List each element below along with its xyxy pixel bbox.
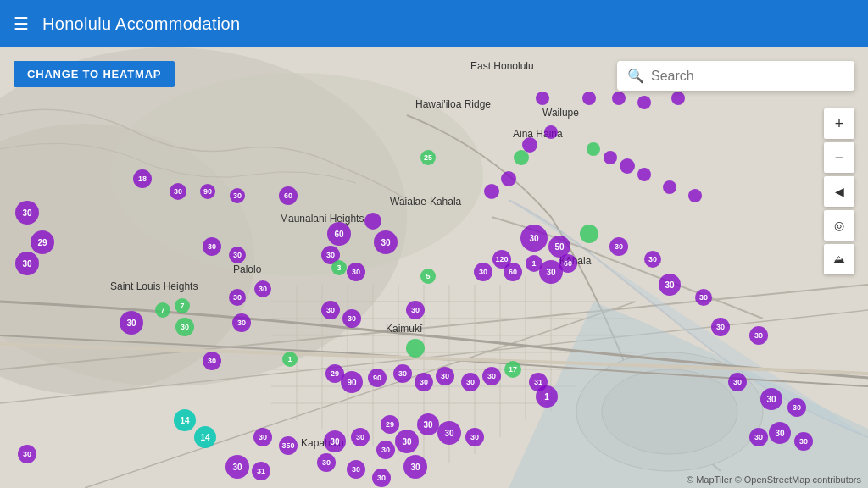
map-dot[interactable]: 30 [461,373,480,391]
map-dot[interactable]: 30 [15,201,39,225]
map-attribution: © MapTiler © OpenStreetMap contributors [687,474,861,485]
map-dot[interactable]: 30 [465,428,484,446]
map-dot[interactable]: 30 [395,430,419,453]
map-dot[interactable]: 30 [342,309,361,328]
map-dot[interactable]: 30 [372,469,391,487]
map-dot[interactable] [663,180,676,194]
map-dot[interactable]: 14 [174,409,196,431]
map-dot[interactable]: 30 [728,373,747,391]
map-dot[interactable]: 60 [504,263,522,281]
map-dot[interactable] [671,92,685,105]
map-dot[interactable]: 30 [351,428,370,446]
map-dot[interactable]: 90 [341,371,363,393]
map-dot[interactable]: 31 [252,462,270,480]
map-dot[interactable]: 90 [368,369,387,387]
map-dot[interactable]: 60 [327,222,351,246]
map-dot[interactable]: 30 [437,421,461,445]
map-dot[interactable] [587,142,600,156]
map-dot[interactable]: 17 [504,361,521,378]
compass-button[interactable]: ◀ [824,176,854,207]
map-dot[interactable]: 30 [520,225,548,252]
map-dot[interactable]: 29 [31,230,54,254]
map-dot[interactable]: 30 [15,252,39,275]
map-dot[interactable]: 30 [376,441,395,459]
map-dot[interactable]: 30 [317,453,336,472]
menu-icon[interactable]: ☰ [14,14,29,34]
map-dot[interactable]: 30 [324,430,346,452]
map-dot[interactable]: 30 [749,326,768,345]
map-dot[interactable]: 30 [120,311,143,335]
map-dot[interactable]: 350 [279,436,298,455]
map-dot[interactable] [688,189,702,202]
map-dot[interactable]: 30 [253,428,272,446]
heatmap-toggle-button[interactable]: CHANGE TO HEATMAP [14,61,175,87]
map-dot[interactable]: 30 [760,388,782,410]
map-dot[interactable]: 30 [374,230,398,254]
map-dot[interactable] [484,184,499,199]
map-dot[interactable]: 18 [133,169,152,188]
map-dot[interactable]: 60 [279,186,298,205]
map-dot[interactable]: 30 [644,251,661,268]
map-dot[interactable]: 30 [393,364,412,383]
map-dot[interactable]: 30 [254,280,271,297]
map-dot[interactable]: 30 [203,237,221,256]
map-dot[interactable]: 30 [609,237,628,256]
map-dot[interactable] [637,168,651,181]
map-dot[interactable] [637,96,651,109]
map-dot[interactable]: 30 [229,289,246,306]
search-input[interactable] [651,69,844,84]
zoom-in-button[interactable]: + [824,108,854,139]
map-dot[interactable]: 7 [155,302,170,318]
map-dot[interactable]: 30 [18,445,36,463]
map-dot[interactable]: 14 [194,426,216,448]
map-dot[interactable] [604,151,617,164]
map-dot[interactable]: 1 [282,352,298,367]
map-dot[interactable] [544,125,558,139]
map-dot[interactable]: 30 [482,367,501,385]
terrain-button[interactable]: ⛰ [824,244,854,274]
map-dot[interactable]: 60 [559,254,577,273]
map-dot[interactable]: 7 [175,298,190,313]
map-dot[interactable]: 30 [711,318,730,336]
map-dot[interactable]: 30 [203,352,221,370]
map-dot[interactable]: 30 [787,398,806,417]
map-dot[interactable]: 30 [175,318,194,336]
map-dot[interactable]: 30 [232,313,251,332]
map-dot[interactable]: 30 [436,367,454,385]
map-dot[interactable]: 30 [230,188,245,203]
map-dot[interactable]: 5 [420,269,436,284]
map-dot[interactable] [514,150,529,165]
map-dot[interactable]: 30 [769,422,791,444]
map-dot[interactable]: 30 [225,455,249,479]
map-dot[interactable]: 30 [415,373,433,391]
map-dot[interactable]: 30 [229,247,246,263]
map-dot[interactable]: 30 [170,183,186,200]
map-dot[interactable]: 25 [420,150,436,165]
map-dot[interactable]: 1 [536,385,558,408]
map-dot[interactable] [612,92,626,105]
map-dot[interactable] [406,339,425,358]
map-dot[interactable]: 30 [749,428,768,446]
map-dot[interactable]: 30 [417,413,439,435]
map-dot[interactable] [364,213,381,230]
map-dot[interactable]: 29 [381,415,399,434]
map-dot[interactable]: 30 [695,289,712,306]
map-dot[interactable]: 30 [474,263,492,281]
map-dot[interactable]: 30 [794,432,813,451]
map-dot[interactable] [582,92,596,105]
map-dot[interactable]: 30 [321,301,340,319]
map-dot[interactable] [501,171,516,186]
map-dot[interactable]: 30 [347,263,365,281]
map-dot[interactable] [620,158,635,174]
map-dot[interactable]: 3 [331,260,347,275]
map-dot[interactable]: 90 [200,184,215,199]
map-dot[interactable]: 30 [406,301,425,319]
map-dot[interactable]: 30 [659,274,681,296]
map-container[interactable]: CHANGE TO HEATMAP 🔍 + − ◀ ◎ ⛰ East Honol… [0,47,868,488]
map-dot[interactable] [536,92,549,105]
map-dot[interactable] [580,225,598,243]
map-dot[interactable]: 30 [347,460,365,479]
zoom-out-button[interactable]: − [824,142,854,173]
map-dot[interactable]: 30 [403,455,427,479]
locate-button[interactable]: ◎ [824,210,854,241]
